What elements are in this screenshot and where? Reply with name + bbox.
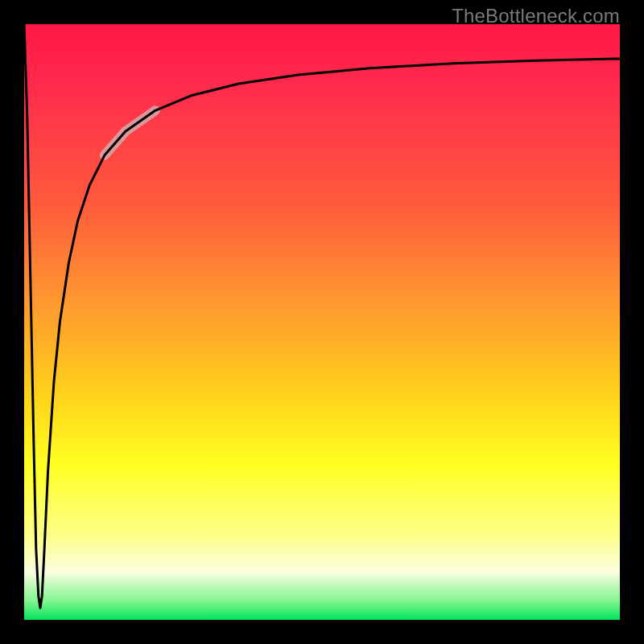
curve-layer (24, 24, 620, 620)
main-curve (24, 24, 620, 608)
chart-stage: TheBottleneck.com (0, 0, 644, 644)
plot-area (24, 24, 620, 620)
